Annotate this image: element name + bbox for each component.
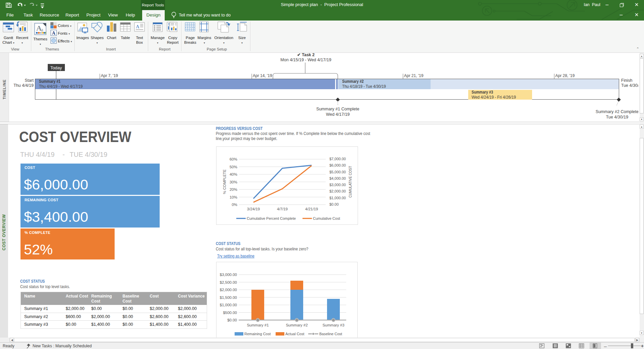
svg-text:$500.00: $500.00 (223, 311, 237, 315)
svg-text:$5,000.00: $5,000.00 (329, 170, 346, 174)
svg-text:10%: 10% (230, 195, 237, 199)
svg-text:$1,500.00: $1,500.00 (220, 295, 237, 300)
svg-text:Apr 21, '19: Apr 21, '19 (404, 73, 424, 78)
svg-text:Wed 4/17/19: Wed 4/17/19 (326, 112, 350, 117)
svg-text:3/24/19: 3/24/19 (247, 207, 260, 211)
svg-text:Summary #3: Summary #3 (322, 323, 344, 327)
svg-text:Summary #2 Complete: Summary #2 Complete (596, 109, 638, 114)
svg-text:CUMULATIVE COST: CUMULATIVE COST (349, 166, 352, 198)
svg-text:A: A (52, 31, 56, 36)
svg-text:$4,000.00: $4,000.00 (329, 176, 346, 180)
svg-text:Apr 14, '19: Apr 14, '19 (253, 73, 272, 78)
svg-text:Summary #1: Summary #1 (39, 79, 61, 84)
svg-text:✔ Task 2: ✔ Task 2 (297, 53, 315, 57)
svg-text:Wed 4/24/19 - Fri 4/26/19: Wed 4/24/19 - Fri 4/26/19 (472, 95, 516, 100)
svg-text:$0.00: $0.00 (329, 202, 339, 206)
svg-text:$3,000.00: $3,000.00 (220, 273, 237, 277)
svg-text:Cumulative Percent Complete: Cumulative Percent Complete (247, 216, 296, 220)
svg-text:Thu 4/4/19: Thu 4/4/19 (13, 83, 34, 88)
svg-text:Baseline Cost: Baseline Cost (319, 332, 342, 336)
svg-text:Remaining Cost: Remaining Cost (244, 332, 271, 336)
svg-text:Start: Start (25, 78, 34, 83)
svg-text:$2,000.00: $2,000.00 (220, 288, 237, 292)
svg-text:60%: 60% (230, 157, 237, 161)
svg-text:20%: 20% (230, 187, 237, 191)
svg-text:Actual Cost: Actual Cost (285, 332, 304, 336)
svg-text:Summary #2: Summary #2 (342, 79, 364, 84)
svg-text:Apr 28, '19: Apr 28, '19 (555, 73, 575, 78)
svg-text:$7,000.00: $7,000.00 (329, 157, 346, 161)
svg-text:Summary #1: Summary #1 (247, 323, 269, 327)
svg-text:Tue 4/30/19: Tue 4/30/19 (606, 115, 628, 119)
svg-text:$3,000.00: $3,000.00 (329, 183, 346, 187)
svg-text:% COMPLETE: % COMPLETE (223, 169, 227, 194)
svg-text:Tue 4/30/19: Tue 4/30/19 (621, 83, 638, 88)
svg-text:50%: 50% (230, 165, 237, 169)
svg-text:$1,000.00: $1,000.00 (220, 303, 237, 307)
svg-text:Cumulative Cost: Cumulative Cost (313, 216, 340, 220)
svg-text:a: a (41, 27, 43, 32)
svg-text:Summary #2: Summary #2 (286, 323, 308, 327)
svg-text:A: A (136, 24, 139, 29)
svg-text:$2,000.00: $2,000.00 (329, 189, 346, 193)
svg-text:40%: 40% (230, 172, 237, 176)
svg-text:$0.00: $0.00 (227, 318, 237, 322)
svg-text:Thu 4/4/19 - Wed 4/17/19: Thu 4/4/19 - Wed 4/17/19 (39, 84, 83, 89)
svg-text:$6,000.00: $6,000.00 (329, 163, 346, 167)
svg-text:4/7/19: 4/7/19 (277, 207, 288, 211)
svg-text:4/21/19: 4/21/19 (305, 207, 318, 211)
svg-text:Finish: Finish (621, 78, 632, 83)
svg-text:30%: 30% (230, 180, 237, 184)
svg-text:Summary #1 Complete: Summary #1 Complete (316, 107, 359, 111)
svg-text:Summary #3: Summary #3 (472, 90, 493, 95)
svg-text:0%: 0% (232, 203, 237, 207)
svg-text:$2,500.00: $2,500.00 (220, 280, 237, 284)
svg-text:Mon 4/15/19 - Wed 4/17/19: Mon 4/15/19 - Wed 4/17/19 (280, 58, 331, 62)
svg-text:Today: Today (50, 65, 62, 70)
svg-text:Thu 4/18/19 - Tue 4/30/19: Thu 4/18/19 - Tue 4/30/19 (342, 84, 386, 89)
svg-text:Apr 7, '19: Apr 7, '19 (101, 73, 118, 78)
svg-text:$1,000.00: $1,000.00 (329, 196, 346, 200)
